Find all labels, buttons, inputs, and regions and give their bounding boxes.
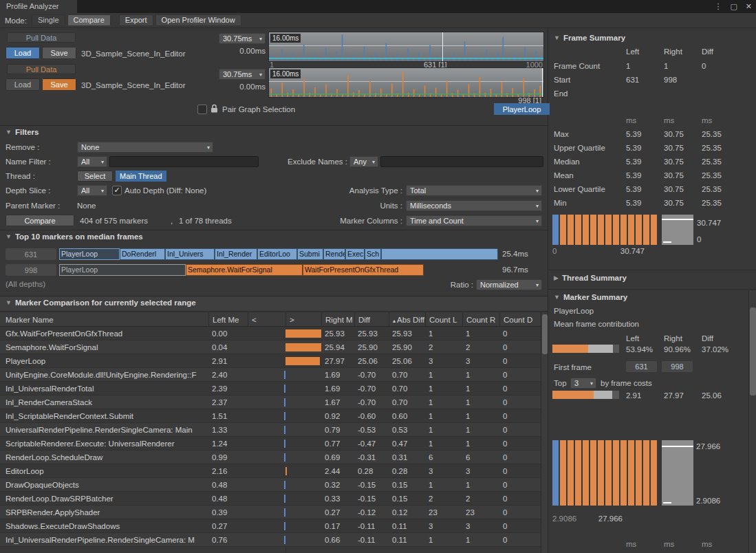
table-row[interactable]: DrawOpaqueObjects0.480.32-0.150.15110: [0, 478, 541, 492]
frame-duration-histogram[interactable]: [552, 215, 657, 245]
lock-icon[interactable]: [210, 104, 218, 115]
marker-cost-histogram[interactable]: [552, 440, 657, 506]
col-marker-name[interactable]: Marker Name: [0, 313, 208, 327]
table-row[interactable]: UnityEngine.CoreModule.dll!UnityEngine.R…: [0, 368, 541, 382]
frame-number-badge[interactable]: 631: [6, 248, 56, 260]
top10-section-header[interactable]: ▼Top 10 markers on median frames: [6, 232, 143, 241]
export-button[interactable]: Export: [119, 14, 153, 26]
frame-summary-header[interactable]: ▼Frame Summary: [554, 34, 625, 42]
close-icon[interactable]: ✕: [746, 2, 752, 11]
top10-segment[interactable]: Inl_Render: [215, 248, 257, 260]
marker-summary-header[interactable]: ▼Marker Summary: [554, 293, 627, 301]
open-profiler-window-button[interactable]: Open Profiler Window: [155, 14, 241, 26]
top10-segment[interactable]: Inl_Univers: [165, 248, 215, 260]
maximize-icon[interactable]: ▢: [730, 2, 737, 11]
menu-icon[interactable]: ⋮: [714, 2, 722, 11]
mode-single-button[interactable]: Single: [32, 14, 65, 26]
load-left-button[interactable]: Load: [6, 47, 40, 59]
top10-segment[interactable]: PlayerLoop: [59, 264, 186, 276]
first-frame-right-button[interactable]: 998: [662, 361, 693, 372]
top10-segment[interactable]: Rende: [323, 248, 345, 260]
chevron-down-icon: ▾: [259, 72, 262, 78]
pull-data-right-button[interactable]: Pull Data: [7, 64, 76, 74]
table-scrollbar-thumb[interactable]: [542, 314, 548, 354]
top10-segment[interactable]: EditorLoo: [257, 248, 297, 260]
col-count-right[interactable]: Count R: [462, 313, 499, 327]
table-row[interactable]: Shadows.ExecuteDrawShadows0.270.17-0.110…: [0, 519, 541, 533]
frame-number-badge[interactable]: 998: [6, 264, 56, 276]
window-tab[interactable]: Profile Analyzer: [0, 0, 77, 13]
left-frame-graph[interactable]: 16.00ms: [268, 32, 544, 62]
first-frame-left-button[interactable]: 631: [626, 361, 657, 372]
top10-filler[interactable]: [381, 248, 498, 260]
col-count-left[interactable]: Count L: [425, 313, 462, 327]
table-row[interactable]: EditorLoop2.162.440.280.28330: [0, 464, 541, 478]
table-row[interactable]: Inl_UniversalRenderTotal2.391.69-0.700.7…: [0, 382, 541, 395]
table-row[interactable]: ScriptableRenderer.Execute: UniversalRen…: [0, 437, 541, 451]
col-right-median[interactable]: Right M: [321, 313, 354, 327]
top10-filler[interactable]: [424, 264, 495, 276]
table-row[interactable]: Inl_RenderCameraStack2.371.67-0.700.7011…: [0, 395, 541, 409]
col-right-bar[interactable]: >: [285, 313, 321, 327]
name-filter-input[interactable]: [109, 156, 259, 167]
top10-segment[interactable]: Submi: [297, 248, 323, 260]
top-n-dropdown[interactable]: 3▾: [570, 378, 596, 389]
col-count-diff[interactable]: Count D: [499, 313, 541, 327]
top10-segment[interactable]: PlayerLoop: [59, 248, 120, 260]
table-row[interactable]: Inl_ScriptableRenderContext.Submit1.510.…: [0, 409, 541, 423]
top10-segment[interactable]: Exec: [345, 248, 365, 260]
selected-marker-tag[interactable]: PlayerLoop: [494, 103, 550, 115]
save-left-button[interactable]: Save: [42, 47, 76, 59]
table-row[interactable]: RenderLoop.ScheduleDraw0.990.69-0.310.31…: [0, 451, 541, 464]
col-diff[interactable]: Diff: [354, 313, 389, 327]
threshold-label[interactable]: 16.00ms: [270, 34, 301, 43]
compare-button[interactable]: Compare: [6, 215, 74, 226]
panel-scrollbar-thumb[interactable]: [750, 307, 756, 395]
table-row[interactable]: UniversalRenderPipeline.RenderSingleCame…: [0, 423, 541, 437]
frame-duration-boxplot[interactable]: [662, 215, 693, 245]
histogram-bar: [620, 215, 627, 245]
depth-slice-dropdown[interactable]: All▾: [77, 185, 107, 196]
exclude-scope-dropdown[interactable]: Any▾: [349, 156, 378, 167]
mode-compare-button[interactable]: Compare: [67, 14, 111, 26]
table-row[interactable]: Semaphore.WaitForSignal0.0425.9425.9025.…: [0, 340, 541, 354]
remove-dropdown[interactable]: None▾: [77, 142, 213, 153]
table-row[interactable]: RenderLoop.DrawSRPBatcher0.480.33-0.150.…: [0, 492, 541, 506]
graph-spikes: [269, 68, 543, 97]
col-left-median[interactable]: Left Me: [208, 313, 248, 327]
top10-segment[interactable]: Sch: [365, 248, 381, 260]
panel-scrollbar[interactable]: [748, 291, 756, 553]
comparison-section-header[interactable]: ▼Marker Comparison for currently selecte…: [6, 299, 196, 307]
thread-value-tag[interactable]: Main Thread: [116, 171, 166, 182]
right-graph-scale-dropdown[interactable]: 30.75ms▾: [219, 69, 266, 80]
right-frame-graph[interactable]: 16.00ms: [268, 67, 544, 98]
pull-data-left-button[interactable]: Pull Data: [7, 32, 76, 43]
top10-segment[interactable]: DoRenderl: [120, 248, 165, 260]
table-row[interactable]: Gfx.WaitForPresentOnGfxThread0.0025.9325…: [0, 327, 541, 340]
col-left-bar[interactable]: <: [248, 313, 285, 327]
save-right-button[interactable]: Save: [42, 78, 76, 91]
cell-abs: 0.53: [389, 423, 425, 437]
analysis-type-dropdown[interactable]: Total▾: [406, 185, 542, 196]
auto-depth-checkbox[interactable]: ✓: [112, 186, 122, 195]
left-graph-scale-dropdown[interactable]: 30.75ms▾: [219, 33, 266, 44]
filters-section-header[interactable]: ▼Filters: [6, 128, 39, 136]
threshold-label[interactable]: 16.00ms: [270, 69, 301, 78]
marker-cost-boxplot[interactable]: [662, 440, 693, 506]
thread-summary-header[interactable]: ▶Thread Summary: [554, 274, 627, 282]
top10-segment[interactable]: Semaphore.WaitForSignal: [186, 264, 303, 276]
table-row[interactable]: SRPBRender.ApplyShader0.390.27-0.120.122…: [0, 506, 541, 519]
name-filter-scope-dropdown[interactable]: All▾: [77, 156, 107, 167]
col-abs-diff[interactable]: ▴Abs Diff: [389, 313, 425, 327]
exclude-names-input[interactable]: [380, 156, 543, 167]
units-dropdown[interactable]: Milliseconds▾: [406, 200, 542, 211]
marker-columns-dropdown[interactable]: Time and Count▾: [406, 215, 542, 226]
thread-select-button[interactable]: Select: [77, 171, 113, 182]
table-scrollbar[interactable]: [541, 313, 548, 553]
table-row[interactable]: PlayerLoop2.9127.9725.0625.06330: [0, 354, 541, 368]
load-right-button[interactable]: Load: [6, 78, 40, 91]
pair-graph-checkbox[interactable]: [197, 105, 207, 114]
table-row[interactable]: Inl_UniversalRenderPipeline.RenderSingle…: [0, 533, 541, 547]
ratio-dropdown[interactable]: Normalized▾: [476, 279, 542, 290]
top10-segment[interactable]: WaitForPresentOnGfxThread: [303, 264, 424, 276]
